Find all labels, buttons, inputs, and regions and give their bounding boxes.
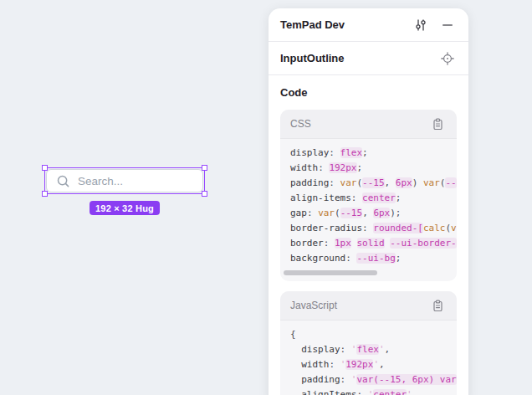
- javascript-code[interactable]: { display: 'flex', width: '192px', paddi…: [280, 321, 457, 395]
- selection-handle-bottom-right[interactable]: [202, 191, 207, 197]
- css-code-block: CSS display: flex;width: 192px;padding: …: [280, 110, 457, 281]
- code-section: Code CSS display: flex;width: 192px;padd…: [269, 75, 468, 395]
- css-block-label: CSS: [290, 118, 428, 130]
- javascript-block-label: JavaScript: [290, 300, 428, 311]
- minimize-icon[interactable]: [438, 16, 457, 34]
- panel-title: TemPad Dev: [280, 18, 412, 31]
- dimension-badge: 192 × 32 Hug: [90, 201, 160, 215]
- selection-handle-bottom-left[interactable]: [42, 191, 48, 197]
- selection-box[interactable]: Search...: [44, 167, 205, 194]
- selection-handle-top-right[interactable]: [202, 165, 207, 171]
- crosshair-icon[interactable]: [438, 49, 457, 68]
- clipboard-copy-icon[interactable]: [428, 296, 447, 315]
- horizontal-scrollbar: [284, 270, 447, 275]
- sliders-icon[interactable]: [412, 16, 430, 34]
- selection-handle-top-left[interactable]: [42, 165, 48, 171]
- panel-header: TemPad Dev: [269, 8, 468, 42]
- code-section-title: Code: [280, 86, 457, 99]
- css-block-header: CSS: [280, 110, 457, 139]
- javascript-code-block: JavaScript { display: 'flex', width: '19…: [280, 291, 457, 395]
- component-name: InputOutline: [280, 52, 438, 64]
- search-placeholder: Search...: [78, 175, 123, 187]
- component-row: InputOutline: [269, 42, 468, 75]
- css-code[interactable]: display: flex;width: 192px;padding: var(…: [280, 139, 457, 268]
- tempad-dev-panel: TemPad Dev InputOutline: [269, 8, 468, 395]
- search-input[interactable]: Search...: [46, 169, 203, 192]
- javascript-block-header: JavaScript: [280, 291, 457, 321]
- clipboard-copy-icon[interactable]: [428, 115, 447, 133]
- search-icon: [56, 174, 70, 188]
- scrollbar-thumb[interactable]: [284, 270, 377, 275]
